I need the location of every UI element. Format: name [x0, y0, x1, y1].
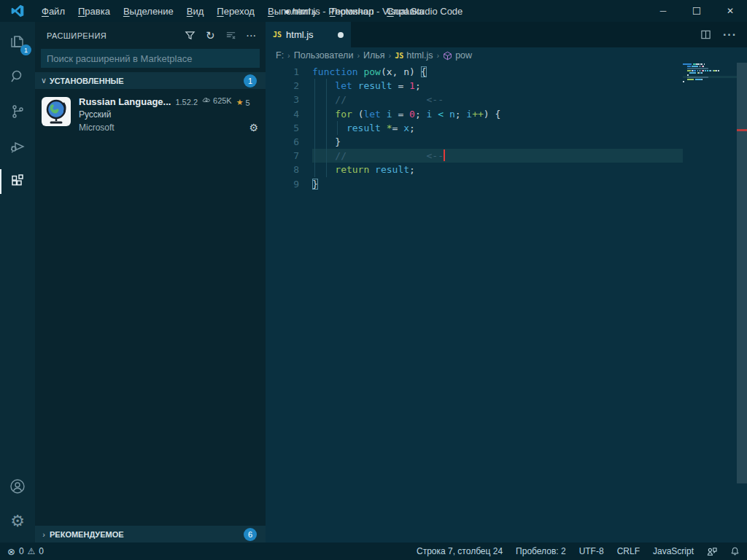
- status-item[interactable]: CRLF: [617, 546, 640, 556]
- code-editor[interactable]: 1function pow(x, n) {2 let result = 1;3 …: [266, 63, 737, 542]
- indent-guide: [326, 107, 327, 121]
- indent-guide: [314, 107, 315, 121]
- maximize-button[interactable]: ☐: [680, 0, 713, 22]
- feedback-icon[interactable]: [707, 547, 717, 556]
- more-editor-actions-icon[interactable]: ···: [723, 28, 737, 42]
- split-editor-icon[interactable]: [700, 29, 711, 40]
- account-icon[interactable]: [0, 470, 35, 503]
- menu-item[interactable]: Справка: [380, 0, 430, 22]
- install-count-icon: [202, 96, 211, 105]
- breadcrumb-item[interactable]: F:: [276, 50, 284, 61]
- modified-dot-icon[interactable]: [338, 32, 344, 38]
- extensions-search-input[interactable]: Поиск расширений в Marketplace: [41, 49, 260, 68]
- search-icon[interactable]: [0, 60, 35, 93]
- settings-gear-icon[interactable]: ⚙: [0, 505, 35, 538]
- explorer-icon[interactable]: 1: [0, 25, 35, 58]
- code-line[interactable]: 2 let result = 1;: [266, 79, 737, 93]
- indent-guide: [326, 121, 327, 135]
- code-line[interactable]: 1function pow(x, n) {: [266, 65, 737, 79]
- indent-guide: [326, 93, 327, 106]
- tab-bar: JS html.js ···: [266, 22, 747, 47]
- menu-item[interactable]: Правка: [71, 0, 117, 22]
- code-line[interactable]: 5 result *= x;: [266, 121, 737, 135]
- extension-version: 1.52.2: [175, 98, 198, 106]
- indent-guide: [314, 135, 315, 149]
- line-number: 6: [266, 135, 299, 149]
- warning-count: 0: [39, 546, 44, 556]
- extension-manage-gear-icon[interactable]: ⚙: [249, 122, 258, 133]
- code-line[interactable]: 7 // <--: [266, 149, 737, 163]
- indent-guide: [326, 135, 327, 149]
- status-item[interactable]: Строка 7, столбец 24: [417, 546, 503, 556]
- recommended-section-header[interactable]: › РЕКОМЕНДУЕМОЕ 6: [35, 526, 266, 542]
- menu-item[interactable]: Вид: [180, 0, 211, 22]
- installed-section-header[interactable]: ∨ УСТАНОВЛЕННЫЕ 1: [35, 72, 266, 89]
- problems-status[interactable]: ⊗ 0 ⚠ 0: [7, 546, 44, 557]
- line-number: 2: [266, 79, 299, 93]
- extension-list-item[interactable]: Russian Language... 1.52.2 625K ★ 5 Русс…: [35, 89, 266, 141]
- indent-guide: [314, 121, 315, 135]
- line-number: 3: [266, 93, 299, 106]
- breadcrumb-item[interactable]: pow: [443, 50, 472, 61]
- extension-publisher: Microsoft: [79, 122, 115, 133]
- tab-label: html.js: [286, 29, 314, 40]
- text-cursor: [444, 149, 445, 161]
- source-control-icon[interactable]: [0, 95, 35, 128]
- editor-scrollbar[interactable]: [737, 63, 747, 483]
- code-line[interactable]: 4 for (let i = 0; i < n; i++) {: [266, 107, 737, 121]
- menu-item[interactable]: Выполнить: [261, 0, 323, 22]
- indent-guide: [326, 163, 327, 176]
- filter-icon[interactable]: [185, 30, 196, 41]
- extension-description: Русский: [79, 109, 258, 120]
- extensions-icon[interactable]: [0, 165, 35, 198]
- title-bar: ФайлПравкаВыделениеВидПереходВыполнитьТе…: [0, 0, 747, 22]
- breadcrumb-separator-icon: ›: [387, 51, 394, 60]
- menu-item[interactable]: Переход: [210, 0, 261, 22]
- code-line[interactable]: 3 // <--: [266, 93, 737, 106]
- minimize-button[interactable]: ─: [646, 0, 680, 22]
- status-item[interactable]: JavaScript: [653, 546, 694, 556]
- line-number: 5: [266, 121, 299, 135]
- code-line[interactable]: 6 }: [266, 135, 737, 149]
- indent-guide: [337, 121, 338, 135]
- more-actions-icon[interactable]: ···: [247, 31, 257, 40]
- breadcrumb-item[interactable]: Пользователи: [294, 50, 354, 61]
- menu-item[interactable]: Выделение: [117, 0, 180, 22]
- line-number: 4: [266, 107, 299, 121]
- activity-bar: 1 ⚙: [0, 22, 35, 542]
- error-icon: ⊗: [7, 546, 15, 557]
- code-line[interactable]: 8 return result;: [266, 163, 737, 176]
- extension-name: Russian Language...: [79, 96, 171, 107]
- status-bar: ⊗ 0 ⚠ 0 Строка 7, столбец 24Пробелов: 2U…: [0, 542, 747, 560]
- warning-icon: ⚠: [28, 546, 36, 556]
- close-button[interactable]: ✕: [713, 0, 747, 22]
- breadcrumb-item[interactable]: Илья: [363, 50, 385, 61]
- minimap[interactable]: [683, 63, 737, 209]
- js-file-icon: JS: [395, 52, 403, 60]
- indent-guide: [314, 79, 315, 93]
- run-debug-icon[interactable]: [0, 130, 35, 163]
- clear-extensions-icon[interactable]: [225, 30, 236, 41]
- indent-guide: [314, 163, 315, 176]
- indent-guide: [314, 149, 315, 163]
- indent-guide: [314, 93, 315, 106]
- breadcrumb-separator-icon: ›: [355, 51, 362, 60]
- status-item[interactable]: Пробелов: 2: [516, 546, 566, 556]
- tab-html-js[interactable]: JS html.js: [266, 22, 351, 47]
- line-number: 1: [266, 65, 299, 79]
- status-item[interactable]: UTF-8: [579, 546, 604, 556]
- breadcrumb-separator-icon: ›: [285, 51, 293, 60]
- explorer-badge: 1: [20, 44, 31, 55]
- menu-item[interactable]: Терминал: [323, 0, 381, 22]
- code-line[interactable]: 9}: [266, 177, 737, 191]
- bell-icon[interactable]: [730, 546, 740, 556]
- breadcrumb-item[interactable]: JShtml.js: [395, 50, 433, 61]
- refresh-icon[interactable]: ↻: [206, 29, 215, 42]
- indent-guide: [326, 149, 327, 163]
- globe-extension-icon: [41, 96, 71, 127]
- breadcrumb-separator-icon: ›: [434, 51, 441, 60]
- extension-installs: 625K: [213, 96, 232, 105]
- extension-rating: 5: [246, 98, 250, 107]
- js-file-icon: JS: [273, 31, 282, 39]
- menu-item[interactable]: Файл: [35, 0, 71, 22]
